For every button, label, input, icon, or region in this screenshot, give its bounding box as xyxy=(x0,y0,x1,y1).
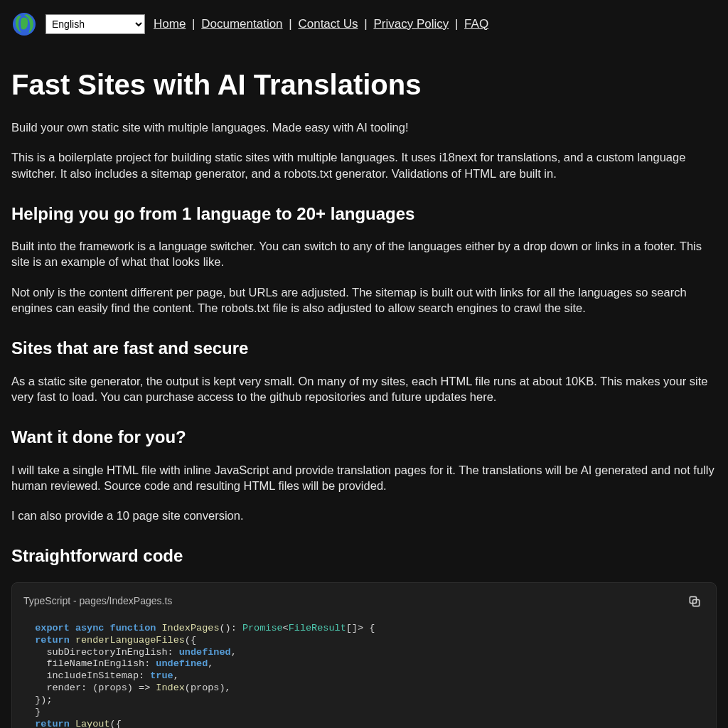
nav-links: Home | Documentation | Contact Us | Priv… xyxy=(154,16,488,33)
code-token: async xyxy=(75,623,105,633)
nav-documentation[interactable]: Documentation xyxy=(201,17,282,31)
paragraph: I can also provide a 10 page site conver… xyxy=(11,508,717,523)
code-token: , xyxy=(173,670,179,681)
code-token: } xyxy=(35,707,41,717)
paragraph: I will take a single HTML file with inli… xyxy=(11,462,717,494)
code-token: render: (props) => xyxy=(23,682,156,693)
copy-icon xyxy=(687,594,702,609)
nav-privacy[interactable]: Privacy Policy xyxy=(373,17,449,31)
code-token: ({ xyxy=(110,719,122,728)
top-bar: English Home | Documentation | Contact U… xyxy=(11,11,717,37)
section-heading-fast-secure: Sites that are fast and secure xyxy=(11,337,717,360)
code-block: TypeScript - pages/IndexPages.ts export … xyxy=(11,582,717,728)
code-token: undefined xyxy=(179,647,231,658)
page-title: Fast Sites with AI Translations xyxy=(11,65,717,104)
code-token: fileNameInEnglish: xyxy=(23,658,156,669)
code-token: includeInSitemap: xyxy=(23,670,150,681)
nav-faq[interactable]: FAQ xyxy=(464,17,488,31)
code-token: < xyxy=(283,623,289,633)
language-select[interactable]: English xyxy=(46,14,145,34)
section-heading-languages: Helping you go from 1 language to 20+ la… xyxy=(11,203,717,225)
nav-contact[interactable]: Contact Us xyxy=(298,17,358,31)
copy-button[interactable] xyxy=(685,592,705,611)
code-content: export async function IndexPages(): Prom… xyxy=(12,614,716,728)
code-token: IndexPages xyxy=(161,623,219,633)
code-token: }); xyxy=(23,695,53,705)
code-token: export xyxy=(35,623,70,633)
code-token: Layout xyxy=(75,719,110,728)
nav-home[interactable]: Home xyxy=(154,17,186,31)
intro-paragraph-2: This is a boilerplate project for buildi… xyxy=(11,149,717,181)
code-token: FileResult xyxy=(289,623,346,633)
code-block-header: TypeScript - pages/IndexPages.ts xyxy=(12,583,716,614)
intro-paragraph-1: Build your own static site with multiple… xyxy=(11,119,717,135)
nav-sep: | xyxy=(286,17,296,31)
globe-icon xyxy=(11,11,37,37)
code-token: renderLanguageFiles xyxy=(75,635,185,646)
paragraph: Built into the framework is a language s… xyxy=(11,238,717,270)
nav-sep: | xyxy=(361,17,371,31)
code-token: Promise xyxy=(242,623,283,633)
code-token: (props), xyxy=(185,682,231,693)
code-token: []> { xyxy=(346,623,375,633)
code-token: undefined xyxy=(156,658,208,669)
code-token: subDirectoryInEnglish: xyxy=(23,647,179,658)
code-token: true xyxy=(150,670,173,681)
nav-sep: | xyxy=(451,17,461,31)
code-token: , xyxy=(208,658,213,669)
code-token: Index xyxy=(156,682,185,693)
paragraph: As a static site generator, the output i… xyxy=(11,373,717,405)
code-token: ({ xyxy=(185,635,196,646)
nav-sep: | xyxy=(188,17,198,31)
code-token: return xyxy=(35,719,70,728)
code-token: function xyxy=(110,623,156,633)
code-token: return xyxy=(35,635,70,646)
section-heading-code: Straightforward code xyxy=(11,545,717,567)
section-heading-done-for-you: Want it done for you? xyxy=(11,426,717,449)
paragraph: Not only is the content different per pa… xyxy=(11,284,717,316)
code-block-label: TypeScript - pages/IndexPages.ts xyxy=(23,594,172,608)
code-token: , xyxy=(231,647,237,658)
code-token: (): xyxy=(219,623,242,633)
